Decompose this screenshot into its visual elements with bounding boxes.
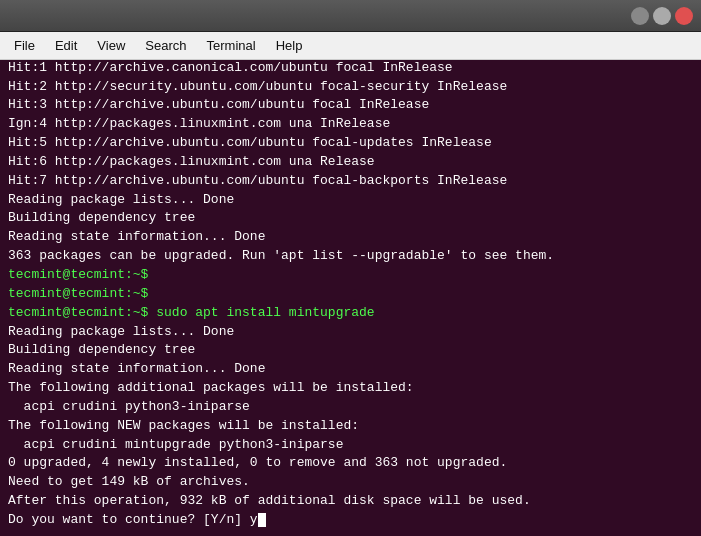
menu-file[interactable]: File <box>4 34 45 57</box>
titlebar <box>0 0 701 32</box>
terminal-line: tecmint@tecmint:~$ sudo apt install mint… <box>8 304 693 323</box>
terminal-line: Reading state information... Done <box>8 228 693 247</box>
terminal-line: Ign:4 http://packages.linuxmint.com una … <box>8 115 693 134</box>
terminal-line: Hit:7 http://archive.ubuntu.com/ubuntu f… <box>8 172 693 191</box>
maximize-button[interactable] <box>653 7 671 25</box>
terminal-line: Do you want to continue? [Y/n] y <box>8 511 693 530</box>
terminal-line: Hit:3 http://archive.ubuntu.com/ubuntu f… <box>8 96 693 115</box>
menu-terminal[interactable]: Terminal <box>197 34 266 57</box>
terminal-line: 0 upgraded, 4 newly installed, 0 to remo… <box>8 454 693 473</box>
menu-edit[interactable]: Edit <box>45 34 87 57</box>
terminal-line: Hit:5 http://archive.ubuntu.com/ubuntu f… <box>8 134 693 153</box>
terminal-cursor <box>258 513 266 527</box>
menu-view[interactable]: View <box>87 34 135 57</box>
titlebar-buttons <box>631 7 693 25</box>
terminal-line: Need to get 149 kB of archives. <box>8 473 693 492</box>
terminal-line: tecmint@tecmint:~$ <box>8 285 693 304</box>
minimize-button[interactable] <box>631 7 649 25</box>
terminal-line: The following additional packages will b… <box>8 379 693 398</box>
terminal-line: Building dependency tree <box>8 209 693 228</box>
terminal-line: 363 packages can be upgraded. Run 'apt l… <box>8 247 693 266</box>
terminal-line: Reading package lists... Done <box>8 323 693 342</box>
terminal-line: tecmint@tecmint:~$ <box>8 266 693 285</box>
terminal-area[interactable]: tecmint@tecmint:~$ sudo apt update[sudo]… <box>0 60 701 536</box>
terminal-line: Hit:1 http://archive.canonical.com/ubunt… <box>8 60 693 78</box>
menubar: File Edit View Search Terminal Help <box>0 32 701 60</box>
terminal-line: acpi crudini python3-iniparse <box>8 398 693 417</box>
terminal-line: Reading state information... Done <box>8 360 693 379</box>
terminal-line: The following NEW packages will be insta… <box>8 417 693 436</box>
terminal-line: Building dependency tree <box>8 341 693 360</box>
menu-search[interactable]: Search <box>135 34 196 57</box>
terminal-line: Hit:2 http://security.ubuntu.com/ubuntu … <box>8 78 693 97</box>
terminal-line: Reading package lists... Done <box>8 191 693 210</box>
menu-help[interactable]: Help <box>266 34 313 57</box>
terminal-line: acpi crudini mintupgrade python3-inipars… <box>8 436 693 455</box>
terminal-line: After this operation, 932 kB of addition… <box>8 492 693 511</box>
close-button[interactable] <box>675 7 693 25</box>
terminal-line: Hit:6 http://packages.linuxmint.com una … <box>8 153 693 172</box>
